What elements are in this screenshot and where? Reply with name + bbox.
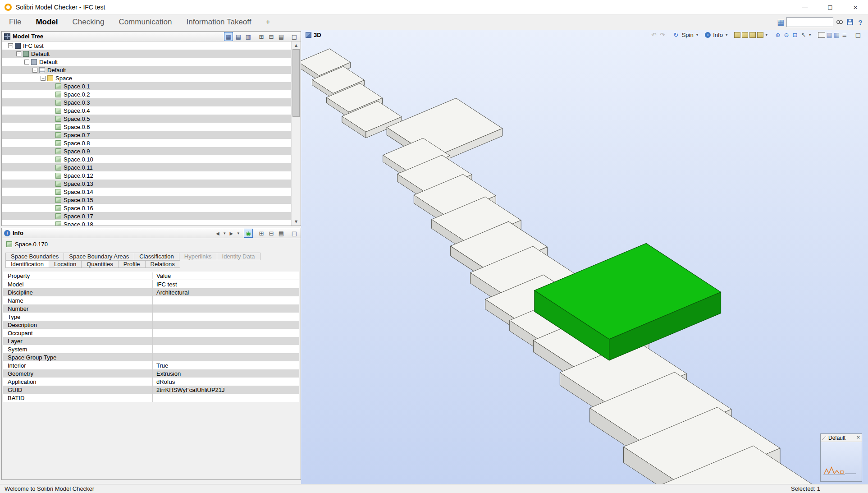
- spin-dropdown-icon[interactable]: ▾: [696, 32, 699, 37]
- next-dropdown-icon[interactable]: ▾: [237, 231, 239, 235]
- property-row[interactable]: Occupant: [3, 329, 299, 337]
- maximize-panel-icon[interactable]: □: [290, 229, 299, 238]
- tree-node[interactable]: Space.0.1: [2, 82, 291, 90]
- tree-node[interactable]: Space.0.17: [2, 212, 291, 220]
- menu-item-informationtakeoff[interactable]: Information Takeoff: [179, 14, 259, 30]
- menu-item-model[interactable]: Model: [28, 14, 65, 30]
- quick-search-input[interactable]: [786, 17, 833, 27]
- tree-node[interactable]: Space.0.11: [2, 163, 291, 171]
- section-box-icon[interactable]: [734, 32, 740, 38]
- list-view-icon[interactable]: ▤: [277, 32, 286, 41]
- zoom-out-icon[interactable]: ⊖: [783, 31, 790, 39]
- property-row[interactable]: System: [3, 345, 299, 353]
- tree-node[interactable]: Space.0.9: [2, 147, 291, 155]
- maximize-panel-icon[interactable]: □: [290, 32, 299, 41]
- tab-space-boundary-areas[interactable]: Space Boundary Areas: [64, 253, 134, 260]
- expand-all-icon[interactable]: ⊞: [257, 229, 266, 238]
- collapse-all-icon[interactable]: ⊟: [267, 32, 276, 41]
- tree-node[interactable]: Space.0.13: [2, 180, 291, 188]
- tab-identification[interactable]: Identification: [5, 260, 49, 268]
- binoculars-icon[interactable]: [836, 18, 844, 26]
- redo-view-icon[interactable]: ↷: [659, 31, 666, 39]
- collapse-toggle[interactable]: −: [24, 60, 29, 65]
- scroll-down-button[interactable]: ▼: [292, 218, 301, 226]
- tree-node[interactable]: Space.0.8: [2, 139, 291, 147]
- pan-icon[interactable]: ↖: [800, 31, 807, 39]
- collapse-all-icon[interactable]: ⊟: [267, 229, 276, 238]
- tree-node[interactable]: −Default: [2, 50, 291, 58]
- tree-node[interactable]: Space.0.4: [2, 106, 291, 115]
- takeoff-grid-icon[interactable]: ▦: [777, 17, 784, 27]
- tree-node[interactable]: Space.0.14: [2, 188, 291, 196]
- tree-node[interactable]: Space.0.5: [2, 115, 291, 123]
- minimap-close-icon[interactable]: ×: [856, 434, 860, 440]
- tab-relations[interactable]: Relations: [145, 260, 180, 268]
- property-row[interactable]: Description: [3, 321, 299, 329]
- collapse-toggle[interactable]: −: [32, 68, 37, 73]
- table-view-icon[interactable]: ▤: [277, 229, 286, 238]
- tab-space-boundaries[interactable]: Space Boundaries: [5, 253, 64, 260]
- property-row[interactable]: Type: [3, 313, 299, 321]
- zoom-in-icon[interactable]: ⊕: [774, 31, 781, 39]
- compact-tree-icon[interactable]: ▥: [244, 32, 253, 41]
- section-plane-icon[interactable]: [742, 32, 748, 38]
- tree-node[interactable]: −Default: [2, 58, 291, 66]
- tree-layout-icon[interactable]: ▤: [234, 32, 243, 41]
- save-icon[interactable]: [846, 18, 854, 26]
- collapse-toggle[interactable]: −: [8, 43, 13, 48]
- menu-item-checking[interactable]: Checking: [65, 14, 112, 30]
- auto-update-icon[interactable]: ◉: [244, 229, 253, 238]
- close-button[interactable]: ×: [843, 0, 868, 14]
- minimize-button[interactable]: —: [792, 0, 818, 14]
- collapse-toggle[interactable]: −: [16, 51, 21, 56]
- prev-selection-icon[interactable]: ◀: [213, 229, 222, 238]
- show-selection-tree-icon[interactable]: ▦: [224, 32, 233, 41]
- minimap-body[interactable]: [821, 442, 862, 481]
- menu-item-[interactable]: +: [258, 14, 277, 30]
- spin-icon[interactable]: ↻: [672, 31, 680, 39]
- property-row[interactable]: BATID: [3, 394, 299, 402]
- property-row[interactable]: Layer: [3, 337, 299, 345]
- tree-node[interactable]: Space.0.12: [2, 171, 291, 180]
- menu-item-communication[interactable]: Communication: [111, 14, 179, 30]
- cube-dropdown-icon[interactable]: ▾: [765, 32, 767, 37]
- scroll-up-button[interactable]: ▲: [292, 41, 301, 49]
- prev-dropdown-icon[interactable]: ▾: [224, 231, 226, 235]
- tree-node[interactable]: Space.0.3: [2, 98, 291, 106]
- help-icon[interactable]: ?: [856, 18, 864, 26]
- scroll-thumb[interactable]: [292, 49, 300, 117]
- 3d-canvas[interactable]: [301, 30, 868, 484]
- spin-label[interactable]: Spin: [682, 32, 694, 38]
- tree-node[interactable]: Space.0.18: [2, 220, 291, 226]
- zoom-fit-icon[interactable]: ⊡: [791, 31, 799, 39]
- tree-node[interactable]: −Default: [2, 66, 291, 74]
- layers-icon[interactable]: ≡: [841, 31, 848, 39]
- info-mode-icon[interactable]: i: [705, 32, 711, 38]
- menu-item-file[interactable]: File: [2, 14, 28, 30]
- tree-node[interactable]: Space.0.2: [2, 90, 291, 98]
- property-row[interactable]: GUID2trrKHSWyFcaIUhliUP21J: [3, 386, 299, 394]
- property-row[interactable]: Number: [3, 304, 299, 313]
- tab-quantities[interactable]: Quantities: [81, 260, 118, 268]
- viewpoint-frame-icon[interactable]: [818, 32, 825, 38]
- tab-classification[interactable]: Classification: [134, 253, 179, 260]
- tree-node[interactable]: −Space: [2, 74, 291, 82]
- tree-node[interactable]: Space.0.6: [2, 123, 291, 131]
- property-row[interactable]: Name: [3, 296, 299, 304]
- tab-location[interactable]: Location: [49, 260, 81, 268]
- undo-view-icon[interactable]: ↶: [650, 31, 658, 39]
- maximize-panel-icon[interactable]: □: [854, 31, 862, 39]
- collapse-toggle[interactable]: −: [41, 76, 46, 81]
- tree-scrollbar[interactable]: ▲ ▼: [291, 41, 301, 226]
- property-row[interactable]: InteriorTrue: [3, 361, 299, 369]
- tools-dropdown-icon[interactable]: ▾: [809, 32, 811, 37]
- maximize-button[interactable]: □: [818, 0, 843, 14]
- hide-component-icon[interactable]: [757, 32, 763, 38]
- property-row[interactable]: GeometryExtrusion: [3, 369, 299, 378]
- split-view-icon[interactable]: ▦: [827, 31, 832, 38]
- presentation-grid-icon[interactable]: ▦: [834, 31, 840, 38]
- tree-node[interactable]: −IFC test: [2, 41, 291, 50]
- property-row[interactable]: Space Group Type: [3, 353, 299, 361]
- property-row[interactable]: DisciplineArchitectural: [3, 288, 299, 296]
- tree-node[interactable]: Space.0.15: [2, 196, 291, 204]
